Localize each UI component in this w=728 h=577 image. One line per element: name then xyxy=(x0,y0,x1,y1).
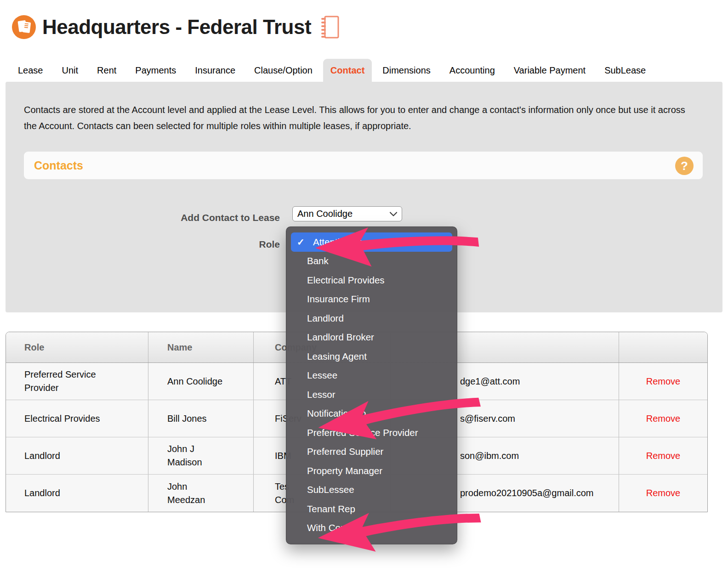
chevron-down-icon xyxy=(390,212,397,216)
lease-contact-page: Headquarters - Federal Trust Lease Unit … xyxy=(0,0,728,577)
remove-link[interactable]: Remove xyxy=(646,375,680,388)
contacts-section-title: Contacts xyxy=(24,152,703,179)
row-action: Remove xyxy=(619,475,707,512)
tab-contact-active[interactable]: Contact xyxy=(323,59,372,82)
menu-item-tenant-rep[interactable]: Tenant Rep xyxy=(286,499,457,519)
contacts-section-bar: Contacts ? xyxy=(24,152,703,179)
menu-item-sublessee[interactable]: SubLessee xyxy=(286,481,457,500)
role-label: Role xyxy=(74,239,280,250)
tab-insurance[interactable]: Insurance xyxy=(194,59,236,82)
page-header: Headquarters - Federal Trust xyxy=(12,15,340,40)
menu-item-insurance-firm[interactable]: Insurance Firm xyxy=(286,290,457,309)
row-action: Remove xyxy=(619,363,707,400)
tab-unit[interactable]: Unit xyxy=(61,59,80,82)
checkmark-icon: ✓ xyxy=(297,237,307,248)
row-action: Remove xyxy=(619,437,707,474)
contact-select[interactable]: Ann Coolidge xyxy=(292,206,402,221)
remove-link[interactable]: Remove xyxy=(646,486,680,500)
menu-item-preferred-supplier[interactable]: Preferred Supplier xyxy=(286,442,457,462)
menu-item-landlord[interactable]: Landlord xyxy=(286,309,457,328)
row-name: John J Madison xyxy=(148,437,254,474)
row-name: Ann Coolidge xyxy=(148,363,254,400)
role-dropdown-menu: ✓ Attention To Bank Electrical Provides … xyxy=(286,226,457,544)
lease-document-icon xyxy=(12,15,36,39)
tab-payments[interactable]: Payments xyxy=(134,59,177,82)
menu-item-electrical-provides[interactable]: Electrical Provides xyxy=(286,271,457,290)
tab-clause-option[interactable]: Clause/Option xyxy=(253,59,313,82)
menu-item-preferred-service-provider[interactable]: Preferred Service Provider xyxy=(286,423,457,442)
page-title: Headquarters - Federal Trust xyxy=(42,16,311,39)
row-action: Remove xyxy=(619,400,707,437)
row-role: Landlord xyxy=(6,475,148,512)
row-role: Electrical Provides xyxy=(6,400,148,437)
notebook-icon[interactable] xyxy=(320,15,340,40)
menu-item-with-copy-to[interactable]: With Copy To xyxy=(286,519,457,538)
menu-item-property-manager[interactable]: Property Manager xyxy=(286,461,457,481)
tab-accounting[interactable]: Accounting xyxy=(449,59,496,82)
header-role: Role xyxy=(6,332,148,362)
tab-dimensions[interactable]: Dimensions xyxy=(381,59,431,82)
row-name: John Meedzan xyxy=(148,475,254,512)
menu-item-leasing-agent[interactable]: Leasing Agent xyxy=(286,347,457,366)
tab-variable-payment[interactable]: Variable Payment xyxy=(513,59,586,82)
remove-link[interactable]: Remove xyxy=(646,449,680,463)
menu-item-lessor[interactable]: Lessor xyxy=(286,385,457,404)
menu-item-lessee[interactable]: Lessee xyxy=(286,366,457,385)
tab-rent[interactable]: Rent xyxy=(96,59,117,82)
help-icon[interactable]: ? xyxy=(675,157,694,175)
menu-item-notification-to[interactable]: Notification To xyxy=(286,404,457,424)
lease-tab-bar: Lease Unit Rent Payments Insurance Claus… xyxy=(17,59,647,82)
menu-item-attention-to[interactable]: ✓ Attention To xyxy=(291,232,452,252)
tab-lease[interactable]: Lease xyxy=(17,59,44,82)
header-action xyxy=(619,332,707,362)
row-role: Preferred Service Provider xyxy=(6,363,148,400)
contact-select-value: Ann Coolidge xyxy=(297,209,390,219)
row-role: Landlord xyxy=(6,437,148,474)
header-name: Name xyxy=(148,332,254,362)
row-name: Bill Jones xyxy=(148,400,254,437)
contacts-description-text: Contacts are stored at the Account level… xyxy=(24,102,689,134)
add-contact-label: Add Contact to Lease xyxy=(74,212,280,223)
remove-link[interactable]: Remove xyxy=(646,412,680,425)
menu-item-landlord-broker[interactable]: Landlord Broker xyxy=(286,328,457,347)
tab-sublease[interactable]: SubLease xyxy=(603,59,647,82)
menu-item-bank[interactable]: Bank xyxy=(286,252,457,271)
